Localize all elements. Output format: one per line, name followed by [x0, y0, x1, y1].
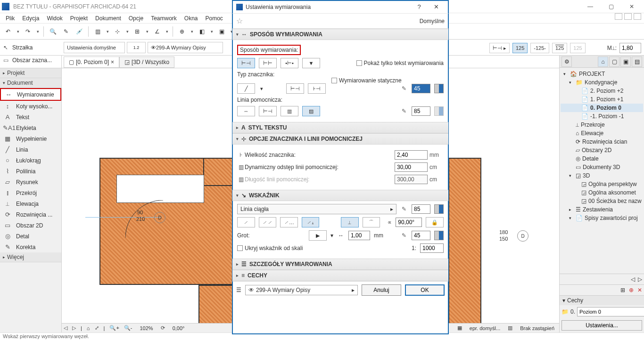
dim-point-button[interactable]: •⊢• [281, 58, 298, 68]
section-styl[interactable]: ▸ASTYL TEKSTU [232, 122, 448, 133]
repr-value[interactable]: epr. domyśl... [467, 325, 503, 331]
scale-m-input[interactable] [619, 43, 641, 53]
marker-color-chip[interactable] [434, 84, 444, 93]
witness-color-chip[interactable] [434, 106, 444, 116]
hide-scale-input[interactable] [420, 243, 444, 253]
repr-icon[interactable]: ▦ [457, 325, 462, 331]
nav-tab-layouts[interactable]: ▣ [620, 57, 631, 67]
dim-preset-1[interactable]: ⊢⊣ ▸ [489, 43, 510, 53]
tool-item-2[interactable]: ATekst [0, 112, 61, 122]
tool-item-5[interactable]: ╱Linia [0, 144, 61, 155]
default-settings-field[interactable]: Ustawienia domyślne [64, 42, 125, 53]
tab-poziom0[interactable]: ▢ [0. Poziom 0] × [64, 57, 119, 68]
override-value[interactable]: Brak zastąpień [517, 325, 557, 331]
pointer-label[interactable]: Strzałka [12, 44, 33, 51]
tree-node-11[interactable]: ▭Dokumenty 3D [561, 163, 643, 171]
marker-size-input[interactable] [395, 150, 428, 160]
tool-item-12[interactable]: ▭Obszar 2D [0, 220, 61, 231]
dim-preset-selected[interactable]: 125 [512, 43, 528, 53]
guides-button[interactable]: ▥ [91, 25, 104, 38]
layers-icon[interactable]: ☰ [236, 287, 241, 293]
menu-widok[interactable]: Widok [43, 14, 66, 23]
section-szczegoly[interactable]: ▸☰SZCZEGÓŁY WYMIAROWANIA [232, 259, 448, 270]
menu-teamwork[interactable]: Teamwork [147, 14, 181, 23]
door-tag-1[interactable]: D [154, 212, 165, 223]
tool-item-1[interactable]: ↕Koty wysoko... [0, 101, 61, 112]
panel-minimize-2[interactable] [624, 13, 632, 20]
tree-node-10[interactable]: ◎Detale [561, 154, 643, 163]
grid-button[interactable]: ⊕ [176, 25, 188, 38]
redo-button[interactable]: ↷ [22, 25, 34, 38]
nav-tab-publisher[interactable]: ▤ [632, 57, 642, 67]
panel-minimize-1[interactable] [615, 13, 622, 20]
layer-picker[interactable]: 👁299-A Wymiary Opisy▸ [245, 285, 358, 295]
ptr-style-2[interactable]: ⟋⟋ [259, 217, 277, 227]
angle-value[interactable]: 0,00° [170, 325, 188, 331]
tool-item-4[interactable]: ▦Wypełnienie [0, 133, 61, 144]
undo-button[interactable]: ↶ [2, 25, 14, 38]
marker-2-button[interactable]: ⊢⊣ [286, 83, 304, 94]
tool-item-0[interactable]: ↔Wymiarowanie [0, 88, 61, 101]
ok-button[interactable]: OK [405, 284, 445, 296]
menu-okna[interactable]: Okna [181, 14, 202, 23]
menu-opcje[interactable]: Opcje [125, 14, 147, 23]
dim-elev-button[interactable]: ▼ [302, 58, 320, 68]
dialog-help-button[interactable]: ? [411, 3, 428, 10]
nav-tab-settings[interactable]: ⚙ [561, 57, 572, 67]
override-icon[interactable]: ▥ [508, 325, 512, 331]
tree-node-1[interactable]: ▾📁Kondygnacje [561, 78, 643, 87]
tree-node-14[interactable]: ◲Ogólna aksonomet [561, 188, 643, 197]
witness-2-button[interactable]: ⊢⊣ [259, 106, 277, 116]
menu-edycja[interactable]: Edycja [18, 14, 43, 23]
zoom-extents-icon[interactable]: ⌂ [87, 325, 90, 331]
dim-chained-button[interactable]: ⊢⊢ [259, 58, 277, 68]
tree-node-15[interactable]: ◲00 Ścieżka bez nazw [561, 197, 643, 205]
tool-item-3[interactable]: ✎A1Etykieta [0, 122, 61, 133]
ptr-style-3[interactable]: ⟋… [280, 217, 298, 227]
menu-projekt[interactable]: Projekt [66, 14, 91, 23]
static-dim-checkbox[interactable]: Wymiarowanie statyczne [331, 77, 402, 84]
dim-linear-button[interactable]: ⊢⊣ [237, 58, 255, 68]
arrow-style-button[interactable]: ▶ [309, 230, 327, 241]
nav-prev-icon[interactable]: ◁ [64, 325, 67, 331]
witness-4-button[interactable]: ▨ [302, 106, 320, 116]
paint-button[interactable]: 💉 [73, 25, 85, 38]
tree-node-7[interactable]: ⌂Elewacje [561, 129, 643, 138]
hide-pointer-checkbox[interactable]: Ukryj wskaźnik od skali [237, 245, 303, 251]
zoom-in-icon[interactable]: 🔍+ [109, 325, 119, 331]
tree-node-12[interactable]: ▾◲3D [561, 171, 643, 180]
tool-item-10[interactable]: ⟂Elewacja [0, 198, 61, 209]
dim-preset-2[interactable]: -125- [530, 43, 549, 53]
tree-node-6[interactable]: ⟂Przekroje [561, 121, 643, 129]
trace-button[interactable]: ◧ [196, 25, 208, 38]
tool-item-7[interactable]: ⌇Polilinia [0, 166, 61, 177]
nav-next-icon[interactable]: ▷ [72, 325, 76, 331]
arrow-pen-input[interactable] [412, 231, 430, 240]
linetype-select[interactable]: Linia ciągła▸ [237, 204, 396, 214]
tab-close-icon[interactable]: × [111, 59, 114, 65]
snap-button[interactable]: ⊹ [111, 25, 124, 38]
marquee-label[interactable]: Obszar zazna... [12, 57, 52, 64]
tree-node-3[interactable]: 📄1. Poziom +1 [561, 95, 643, 104]
minimize-button[interactable]: — [580, 0, 601, 13]
tree-node-2[interactable]: 📄2. Poziom +2 [561, 87, 643, 95]
section-sposob[interactable]: ▾↔SPOSÓB WYMIAROWANIA [232, 29, 448, 40]
angle-button[interactable]: ∠ [151, 25, 163, 38]
redo-dropdown[interactable]: ▾ [35, 25, 41, 38]
tree-node-4[interactable]: 📄0. Poziom 0 [561, 104, 643, 112]
grid-snap-button[interactable]: ⊞ [131, 25, 143, 38]
add-icon[interactable]: ⊕ [629, 287, 634, 293]
nav-tab-project[interactable]: ⌂ [598, 57, 608, 67]
panel-minimize-3[interactable] [634, 13, 641, 20]
witness-pen-input[interactable] [412, 106, 430, 116]
menu-dokument[interactable]: Dokument [91, 14, 125, 23]
pick-button[interactable]: 🔍 [47, 25, 59, 38]
tree-node-16[interactable]: ▸☰Zestawienia [561, 205, 643, 214]
ptr-shape-2[interactable]: ⌒ [363, 217, 380, 227]
project-tree[interactable]: ▾🏠PROJEKT▾📁Kondygnacje📄2. Poziom +2📄1. P… [560, 68, 644, 274]
section-cechy[interactable]: ▸≡CECHY [232, 270, 448, 281]
section-wskaznik[interactable]: ▾↘WSKAŹNIK [232, 190, 448, 201]
favorite-icon[interactable]: ☆ [236, 16, 243, 25]
maximize-button[interactable]: ▢ [601, 0, 621, 13]
witness-1-button[interactable]: ↔ [237, 106, 255, 116]
